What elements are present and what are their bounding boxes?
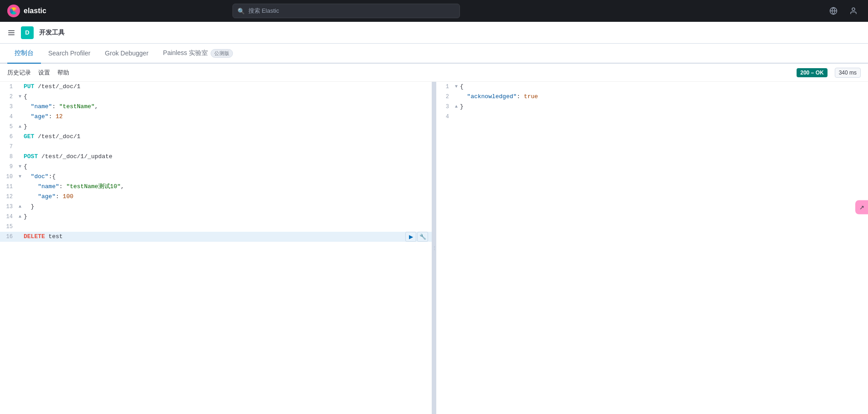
line-gutter: ▼ <box>16 162 24 172</box>
float-panel-icon: ↗ <box>859 204 864 210</box>
line-content: DELETE test <box>24 232 405 242</box>
line-gutter: ▲ <box>16 212 24 222</box>
left-line-14: 14▲} <box>0 212 432 222</box>
left-line-11: 11 "name": "testName测试10", <box>0 182 432 192</box>
history-btn[interactable]: 历史记录 <box>7 67 31 79</box>
run-btn[interactable]: ▶ <box>405 232 416 242</box>
line-content: } <box>24 122 428 132</box>
left-line-1: 1PUT /test/_doc/1 <box>0 82 432 92</box>
workspace-avatar: D <box>21 26 34 39</box>
editor-area: 1PUT /test/_doc/12▼{3 "name": "testName"… <box>0 82 868 414</box>
elastic-logo: elastic <box>7 5 46 17</box>
right-line-3: 3▲} <box>436 102 868 112</box>
left-line-8: 8POST /test/_doc/1/_update <box>0 152 432 162</box>
wrench-btn[interactable]: 🔧 <box>417 232 428 242</box>
search-icon: 🔍 <box>237 8 245 15</box>
tab-bar: 控制台 Search Profiler Grok Debugger Painle… <box>0 44 868 64</box>
globe-icon-btn[interactable] <box>826 4 841 18</box>
left-line-7: 7 <box>0 142 432 152</box>
line-content: { <box>24 92 428 102</box>
line-content: } <box>24 202 428 212</box>
line-number: 6 <box>0 132 16 142</box>
line-number: 2 <box>0 92 16 102</box>
svg-point-3 <box>10 8 13 13</box>
left-line-5: 5▲} <box>0 122 432 132</box>
line-number: 8 <box>0 152 16 162</box>
right-line-1: 1▼{ <box>436 82 868 92</box>
user-icon-btn[interactable] <box>846 4 861 18</box>
line-content: } <box>24 212 428 222</box>
workspace-name: 开发工具 <box>39 29 65 37</box>
left-editor-pane[interactable]: 1PUT /test/_doc/12▼{3 "name": "testName"… <box>0 82 433 414</box>
logo-text: elastic <box>24 7 46 15</box>
help-btn[interactable]: 帮助 <box>57 67 69 79</box>
right-line-2: 2 "acknowledged": true <box>436 92 868 102</box>
line-actions: ▶🔧 <box>405 232 428 242</box>
line-gutter: ▼ <box>16 92 24 102</box>
line-gutter: ▼ <box>453 82 460 92</box>
line-number: 7 <box>0 142 16 152</box>
line-number: 9 <box>0 162 16 172</box>
painless-badge: 公测版 <box>211 49 233 58</box>
line-content: "age": 12 <box>24 112 428 122</box>
line-number: 3 <box>0 102 16 112</box>
tab-console[interactable]: 控制台 <box>7 44 41 64</box>
right-line-4: 4 <box>436 112 868 122</box>
line-content: POST /test/_doc/1/_update <box>24 152 428 162</box>
left-line-9: 9▼{ <box>0 162 432 172</box>
line-number: 13 <box>0 202 16 212</box>
line-number: 1 <box>436 82 453 92</box>
line-number: 1 <box>0 82 16 92</box>
global-search-bar[interactable]: 🔍 搜索 Elastic <box>232 4 460 18</box>
line-content: "acknowledged": true <box>460 92 864 102</box>
line-content: "age": 100 <box>24 192 428 202</box>
left-line-13: 13▲ } <box>0 202 432 212</box>
svg-point-7 <box>852 8 855 10</box>
left-line-2: 2▼{ <box>0 92 432 102</box>
tab-painless-lab[interactable]: Painless 实验室 公测版 <box>156 44 240 64</box>
search-placeholder: 搜索 Elastic <box>248 7 279 15</box>
svg-point-0 <box>7 5 20 17</box>
line-number: 5 <box>0 122 16 132</box>
line-number: 2 <box>436 92 453 102</box>
left-line-12: 12 "age": 100 <box>0 192 432 202</box>
top-nav-right <box>826 4 861 18</box>
line-gutter: ▼ <box>16 172 24 182</box>
left-line-3: 3 "name": "testName", <box>0 102 432 112</box>
line-gutter: ▲ <box>16 122 24 132</box>
line-number: 4 <box>0 112 16 122</box>
line-number: 14 <box>0 212 16 222</box>
tab-grok-debugger[interactable]: Grok Debugger <box>98 44 156 64</box>
left-line-4: 4 "age": 12 <box>0 112 432 122</box>
line-content: { <box>24 162 428 172</box>
line-content: "doc":{ <box>24 172 428 182</box>
line-number: 11 <box>0 182 16 192</box>
line-content: GET /test/_doc/1 <box>24 132 428 142</box>
toolbar: 历史记录 设置 帮助 200 – OK 340 ms <box>0 64 868 82</box>
line-gutter: ▲ <box>16 202 24 212</box>
line-content: { <box>460 82 864 92</box>
line-content: } <box>460 102 864 112</box>
line-number: 16 <box>0 232 16 242</box>
second-nav: D 开发工具 <box>0 22 868 44</box>
elastic-logo-icon <box>7 5 20 17</box>
top-nav: elastic 🔍 搜索 Elastic <box>0 0 868 22</box>
status-badge: 200 – OK <box>797 68 827 77</box>
line-number: 4 <box>436 112 453 122</box>
line-number: 10 <box>0 172 16 182</box>
line-number: 12 <box>0 192 16 202</box>
left-line-10: 10▼ "doc":{ <box>0 172 432 182</box>
line-content: "name": "testName", <box>24 102 428 112</box>
svg-point-4 <box>14 8 17 13</box>
tab-search-profiler[interactable]: Search Profiler <box>41 44 98 64</box>
settings-btn[interactable]: 设置 <box>38 67 50 79</box>
timing-badge: 340 ms <box>835 68 861 78</box>
right-editor-pane: 1▼{2 "acknowledged": true3▲}4 <box>436 82 868 414</box>
left-line-16: 16DELETE test▶🔧 <box>0 232 432 242</box>
line-number: 3 <box>436 102 453 112</box>
editor-divider[interactable]: ⋮ <box>433 82 436 414</box>
line-number: 15 <box>0 222 16 232</box>
line-content: PUT /test/_doc/1 <box>24 82 428 92</box>
hamburger-btn[interactable] <box>7 29 15 37</box>
float-panel[interactable]: ↗ <box>855 200 868 214</box>
